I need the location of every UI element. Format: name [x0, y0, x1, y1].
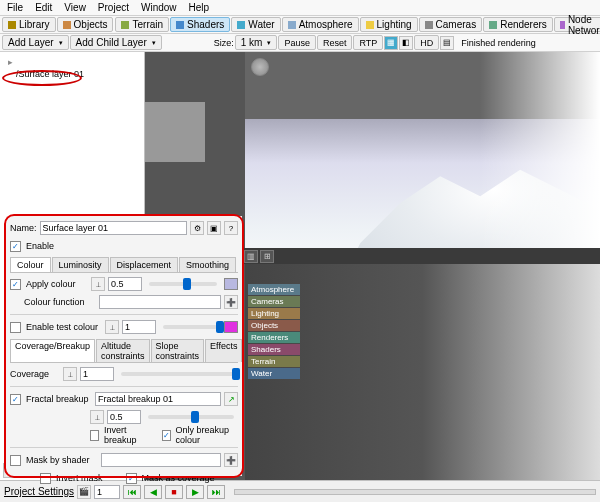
node-chip-objects[interactable]: Objects	[248, 320, 300, 331]
vp-tool-7[interactable]: ▥	[244, 250, 258, 263]
name-field[interactable]	[40, 221, 187, 235]
menu-project[interactable]: Project	[93, 1, 134, 14]
sun-icon	[366, 21, 374, 29]
node-chip-lighting[interactable]: Lighting	[248, 308, 300, 319]
subtab-effects[interactable]: Effects	[205, 339, 242, 362]
invert-breakup-checkbox[interactable]	[90, 430, 99, 441]
frame-field[interactable]	[94, 485, 120, 499]
add-layer-button[interactable]: Add Layer▾	[2, 35, 69, 50]
play-icon[interactable]: ▶	[186, 485, 204, 499]
fractal-breakup-checkbox[interactable]	[10, 394, 21, 405]
category-toolbar: Library Objects Terrain Shaders Water At…	[0, 16, 600, 34]
coverage-value[interactable]	[80, 367, 114, 381]
invert-breakup-label: Invert breakup	[104, 425, 149, 445]
rtp-button[interactable]: RTP	[353, 35, 383, 50]
cameras-button[interactable]: Cameras	[419, 17, 483, 32]
size-value[interactable]: 1 km▾	[235, 35, 278, 50]
fractal-breakup-field[interactable]	[95, 392, 221, 406]
test-colour-swatch[interactable]	[224, 321, 238, 333]
node-chip-atmosphere[interactable]: Atmosphere	[248, 284, 300, 295]
objects-button[interactable]: Objects	[57, 17, 114, 32]
pause-button[interactable]: Pause	[278, 35, 316, 50]
timeline-slider[interactable]	[234, 489, 596, 495]
assign-mask-icon[interactable]: ➕	[224, 453, 238, 467]
colour-function-field[interactable]	[99, 295, 221, 309]
tree-item-root[interactable]: ▸	[6, 56, 140, 68]
help-icon[interactable]: ?	[224, 221, 238, 235]
node-network-view[interactable]: Atmosphere Cameras Lighting Objects Rend…	[245, 264, 600, 480]
menu-view[interactable]: View	[59, 1, 91, 14]
lighting-button[interactable]: Lighting	[360, 17, 418, 32]
skip-start-icon[interactable]: ⏮	[123, 485, 141, 499]
subtab-coverage[interactable]: Coverage/Breakup	[10, 339, 95, 362]
tab-displacement[interactable]: Displacement	[110, 257, 179, 272]
curve-icon-2[interactable]: ⟂	[105, 320, 119, 334]
step-back-icon[interactable]: ◀	[144, 485, 162, 499]
invert-mask-checkbox[interactable]	[40, 473, 51, 484]
fb-slider-value[interactable]	[107, 410, 141, 424]
mask-coverage-checkbox[interactable]	[126, 473, 137, 484]
apply-colour-label: Apply colour	[26, 279, 88, 289]
rtp-toggle-icon[interactable]: ▦	[384, 36, 398, 50]
test-colour-value[interactable]	[122, 320, 156, 334]
apply-colour-value[interactable]	[108, 277, 142, 291]
apply-colour-checkbox[interactable]	[10, 279, 21, 290]
subtab-altitude[interactable]: Altitude constraints	[96, 339, 150, 362]
node-category-stack: Atmosphere Cameras Lighting Objects Rend…	[248, 284, 300, 380]
node-chip-shaders[interactable]: Shaders	[248, 344, 300, 355]
enable-checkbox[interactable]	[10, 241, 21, 252]
apply-colour-slider[interactable]	[149, 282, 217, 286]
preview-tile[interactable]	[145, 102, 205, 162]
sub-toolbar: Add Layer▾ Add Child Layer▾ Size: 1 km▾ …	[0, 34, 600, 52]
curve-icon[interactable]: ⟂	[91, 277, 105, 291]
menu-window[interactable]: Window	[136, 1, 182, 14]
node-chip-terrain[interactable]: Terrain	[248, 356, 300, 367]
gear-icon[interactable]: ⚙	[190, 221, 204, 235]
project-settings-link[interactable]: Project Settings	[4, 486, 74, 497]
sphere-icon	[176, 21, 184, 29]
node-chip-cameras[interactable]: Cameras	[248, 296, 300, 307]
cloud-icon	[288, 21, 296, 29]
coverage-slider[interactable]	[121, 372, 234, 376]
node-chip-renderers[interactable]: Renderers	[248, 332, 300, 343]
node-network-button[interactable]: Node Network	[554, 17, 600, 32]
fb-slider[interactable]	[148, 415, 234, 419]
library-button[interactable]: Library	[2, 17, 56, 32]
mask-shader-field[interactable]	[101, 453, 221, 467]
compass-icon[interactable]	[251, 58, 269, 76]
node-chip-water[interactable]: Water	[248, 368, 300, 379]
tree-item-surface-layer[interactable]: /Surface layer 01	[14, 68, 140, 80]
terrain-button[interactable]: Terrain	[115, 17, 169, 32]
rtp-opt-icon[interactable]: ◧	[399, 36, 413, 50]
camera-icon	[425, 21, 433, 29]
tab-luminosity[interactable]: Luminosity	[52, 257, 109, 272]
curve-icon-3[interactable]: ⟂	[63, 367, 77, 381]
preview-icon[interactable]: ▣	[207, 221, 221, 235]
stop-icon[interactable]: ■	[165, 485, 183, 499]
hd-button[interactable]: HD	[414, 35, 439, 50]
only-breakup-checkbox[interactable]	[162, 430, 171, 441]
curve-icon-4[interactable]: ⟂	[90, 410, 104, 424]
menu-edit[interactable]: Edit	[30, 1, 57, 14]
apply-colour-swatch[interactable]	[224, 278, 238, 290]
test-colour-slider[interactable]	[163, 325, 217, 329]
tab-smoothing[interactable]: Smoothing	[179, 257, 236, 272]
test-colour-checkbox[interactable]	[10, 322, 21, 333]
skip-end-icon[interactable]: ⏭	[207, 485, 225, 499]
assign-shader-icon[interactable]: ➕	[224, 295, 238, 309]
add-child-layer-button[interactable]: Add Child Layer▾	[70, 35, 162, 50]
hd-opt-icon[interactable]: ▤	[440, 36, 454, 50]
vp-tool-8[interactable]: ⊞	[260, 250, 274, 263]
subtab-slope[interactable]: Slope constraints	[151, 339, 205, 362]
goto-shader-icon[interactable]: ↗	[224, 392, 238, 406]
tab-colour[interactable]: Colour	[10, 257, 51, 272]
shaders-button[interactable]: Shaders	[170, 17, 230, 32]
mask-shader-checkbox[interactable]	[10, 455, 21, 466]
renderers-button[interactable]: Renderers	[483, 17, 553, 32]
menu-file[interactable]: File	[2, 1, 28, 14]
clapper-icon[interactable]: 🎬	[77, 485, 91, 499]
menu-help[interactable]: Help	[184, 1, 215, 14]
reset-button[interactable]: Reset	[317, 35, 353, 50]
atmosphere-button[interactable]: Atmosphere	[282, 17, 359, 32]
water-button[interactable]: Water	[231, 17, 280, 32]
